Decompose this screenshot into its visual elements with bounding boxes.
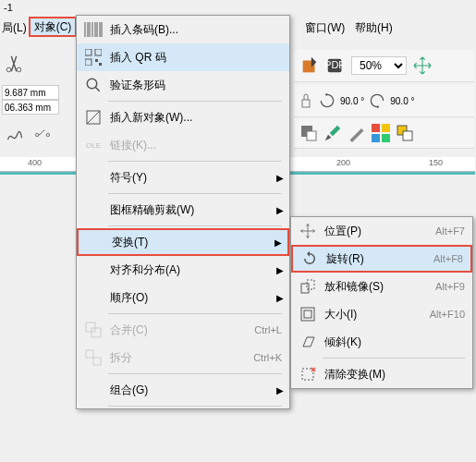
svg-rect-13: [382, 134, 390, 142]
blank-icon: [80, 199, 106, 221]
position-icon: [295, 220, 321, 242]
svg-rect-10: [372, 124, 380, 132]
svg-point-0: [6, 67, 11, 72]
menu-transform[interactable]: 变换(T) ▶: [77, 228, 289, 256]
knife-icon[interactable]: [348, 124, 366, 142]
menu-verify-barcode[interactable]: 验证条形码: [77, 71, 289, 99]
width-input[interactable]: [2, 85, 59, 100]
svg-rect-30: [304, 310, 311, 318]
submenu-skew[interactable]: 倾斜(K): [291, 328, 472, 356]
cut-icon[interactable]: [4, 54, 24, 74]
submenu-arrow-icon: ▶: [276, 385, 284, 395]
angle-1: 90.0 °: [340, 96, 364, 106]
menu-label: 符号(Y): [106, 170, 282, 186]
transform-submenu: 位置(P) Alt+F7 旋转(R) Alt+F8 放和镜像(S) Alt+F9…: [290, 216, 473, 389]
pdf-export-icon[interactable]: PDF: [325, 55, 346, 76]
svg-text:PDF: PDF: [325, 59, 345, 70]
svg-rect-29: [301, 308, 314, 321]
submenu-clear[interactable]: 清除变换(M): [291, 360, 472, 388]
freehand-tool-icon[interactable]: [6, 126, 24, 144]
menu-label: 顺序(O): [106, 290, 282, 306]
submenu-arrow-icon: ▶: [275, 237, 282, 248]
separator: [323, 358, 465, 359]
menu-label: 链接(K)...: [106, 138, 282, 153]
height-input[interactable]: [2, 100, 59, 115]
menu-label: 组合(G): [106, 383, 282, 398]
menu-frame-clip[interactable]: 图框精确剪裁(W) ▶: [77, 196, 289, 224]
menu-links: OLE 链接(K)...: [77, 131, 289, 159]
object-menu-dropdown: 插入条码(B)... 插入 QR 码 验证条形码 插入新对象(W)... OLE…: [76, 15, 290, 409]
menu-insert-new[interactable]: 插入新对象(W)...: [77, 103, 289, 131]
import-icon[interactable]: [299, 55, 320, 76]
ruler-tick-400: 400: [28, 158, 42, 167]
separator: [108, 101, 282, 102]
menu-combine: 合并(C) Ctrl+L: [77, 316, 289, 344]
blank-icon: [80, 379, 106, 401]
menu-symbol[interactable]: 符号(Y) ▶: [77, 164, 289, 191]
menu-order[interactable]: 顺序(O) ▶: [77, 284, 289, 311]
svg-rect-15: [403, 131, 412, 140]
scale-icon: [295, 275, 321, 298]
separator: [108, 225, 282, 226]
menu-insert-qr[interactable]: 插入 QR 码: [77, 43, 289, 71]
new-object-icon: [80, 106, 106, 128]
rotate-icon: [297, 248, 323, 270]
shape-tool-icon[interactable]: [299, 124, 318, 142]
copy-props-icon[interactable]: [396, 124, 414, 142]
menu-label: 验证条形码: [106, 78, 282, 93]
rotate-ccw-icon[interactable]: [318, 91, 336, 110]
shortcut: Alt+F9: [435, 281, 465, 292]
svg-rect-19: [95, 59, 98, 62]
move-icon[interactable]: [412, 55, 433, 76]
ole-icon: OLE: [80, 134, 106, 156]
angle-2: 90.0 °: [390, 96, 414, 106]
submenu-arrow-icon: ▶: [276, 293, 284, 303]
svg-point-1: [17, 67, 21, 72]
submenu-position[interactable]: 位置(P) Alt+F7: [291, 217, 472, 245]
menu-window[interactable]: 窗口(W): [305, 20, 345, 36]
menu-layout[interactable]: 局(L): [2, 20, 27, 36]
submenu-rotate[interactable]: 旋转(R) Alt+F8: [291, 245, 472, 273]
submenu-arrow-icon: ▶: [276, 173, 284, 183]
toolbar-right-2: 90.0 ° 90.0 °: [294, 85, 474, 117]
svg-rect-18: [85, 59, 92, 66]
menu-align[interactable]: 对齐和分布(A) ▶: [77, 256, 289, 284]
svg-point-21: [87, 79, 97, 89]
shortcut: Alt+F10: [430, 309, 465, 320]
zoom-select[interactable]: 50%: [351, 56, 407, 75]
connector-tool-icon[interactable]: [33, 126, 52, 144]
menu-object[interactable]: 对象(C): [29, 17, 77, 37]
separator: [108, 193, 282, 194]
submenu-arrow-icon: ▶: [276, 205, 284, 215]
tool-row-left: [6, 126, 52, 144]
magnify-icon: [80, 74, 106, 96]
submenu-label: 放和镜像(S): [321, 279, 435, 295]
svg-rect-20: [99, 63, 102, 66]
title-frag: -1: [4, 2, 13, 13]
lock-ratio-icon[interactable]: [298, 89, 314, 113]
svg-rect-27: [301, 284, 309, 293]
menu-label: 插入 QR 码: [106, 50, 282, 66]
submenu-label: 位置(P): [321, 224, 435, 239]
barcode-icon: [80, 18, 106, 41]
separator: [108, 161, 282, 162]
color-squares-icon[interactable]: [372, 124, 390, 142]
menu-insert-barcode[interactable]: 插入条码(B)...: [77, 16, 289, 43]
skew-icon: [295, 331, 321, 353]
ruler-edge-right: [290, 172, 475, 175]
qr-icon: [80, 46, 106, 68]
submenu-size[interactable]: 大小(I) Alt+F10: [291, 300, 472, 328]
eyedropper-icon[interactable]: [323, 124, 342, 142]
menu-group[interactable]: 组合(G) ▶: [77, 376, 289, 404]
split-icon: [80, 346, 106, 369]
menu-object-label: 对象(C): [34, 19, 72, 35]
blank-icon: [80, 166, 106, 188]
submenu-scale[interactable]: 放和镜像(S) Alt+F9: [291, 273, 472, 300]
rotate-cw-icon[interactable]: [368, 91, 386, 110]
svg-point-2: [36, 133, 39, 136]
shortcut: Alt+F7: [435, 225, 465, 237]
menu-label: 变换(T): [108, 235, 280, 250]
menu-help[interactable]: 帮助(H): [355, 20, 393, 36]
blank-icon: [80, 286, 106, 309]
toolbar-right-1: PDF 50%: [294, 50, 474, 82]
